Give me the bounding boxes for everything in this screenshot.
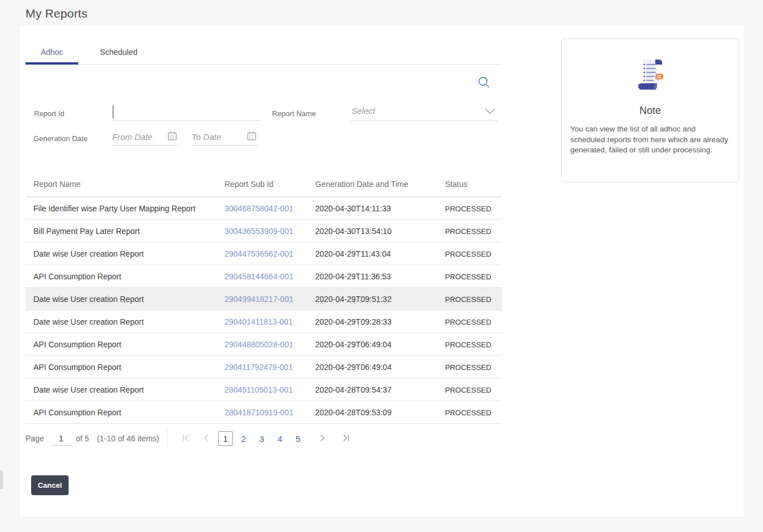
page-number[interactable]: 3 [255, 431, 269, 446]
report-name-select[interactable]: Select [350, 104, 498, 121]
status-cell: PROCESSED [445, 363, 491, 372]
report-name-cell: API Consumption Report [33, 408, 121, 417]
last-page-button[interactable] [338, 431, 353, 446]
search-icon [477, 82, 491, 92]
table-row: Date wise User creation Report2804511050… [26, 378, 502, 401]
report-name-cell: API Consumption Report [33, 272, 121, 281]
table-row: Bill Payment Pay Later Report30043655390… [26, 220, 502, 242]
page-input[interactable] [51, 431, 71, 446]
page-title: My Reports [26, 7, 87, 20]
table-header-row: Report Name Report Sub Id Generation Dat… [26, 172, 502, 197]
report-name-cell: Date wise User creation Report [33, 317, 144, 326]
note-title: Note [562, 105, 739, 117]
report-sub-id-link[interactable]: 300468758042-001 [224, 204, 293, 213]
page-label: Page [26, 434, 44, 443]
table-row: API Consumption Report290448805028-00120… [26, 333, 502, 356]
report-table-body: File Identifier wise Party User Mapping … [26, 197, 502, 424]
last-page-icon [342, 434, 350, 444]
report-name-cell: Bill Payment Pay Later Report [33, 227, 140, 236]
status-cell: PROCESSED [445, 250, 491, 258]
status-cell: PROCESSED [445, 205, 491, 213]
report-sub-id-link[interactable]: 290458144664-001 [224, 272, 293, 281]
report-sub-id-link[interactable]: 290448805028-001 [224, 340, 293, 349]
report-id-label: Report Id [34, 109, 64, 118]
first-page-icon [182, 434, 190, 444]
page-number[interactable]: 4 [273, 431, 287, 446]
report-sub-id-link[interactable]: 290499418217-001 [224, 295, 293, 304]
scrollbar-thumb[interactable] [0, 470, 3, 489]
chevron-right-icon [320, 434, 325, 444]
divider [167, 428, 168, 449]
tab-bar: Adhoc Scheduled [26, 41, 502, 65]
page-number-current[interactable]: 1 [218, 431, 233, 446]
generation-date-cell: 2020-04-29T11:36:53 [315, 272, 391, 281]
report-name-cell: File Identifier wise Party User Mapping … [33, 204, 196, 213]
select-placeholder: Select [350, 104, 375, 118]
status-cell: PROCESSED [445, 295, 491, 304]
note-card: Note You can view the list of all adhoc … [561, 39, 739, 182]
calendar-icon[interactable] [167, 131, 177, 143]
cancel-button[interactable]: Cancel [31, 475, 69, 495]
report-name-label: Report Name [272, 109, 316, 118]
generation-date-label: Generation Date [33, 134, 87, 143]
table-row: File Identifier wise Party User Mapping … [26, 197, 502, 220]
status-cell: PROCESSED [445, 341, 491, 349]
generation-date-cell: 2020-04-29T06:49:04 [315, 340, 392, 349]
report-name-cell: API Consumption Report [33, 340, 121, 349]
chevron-left-icon [204, 434, 209, 444]
report-name-cell: Date wise User creation Report [33, 295, 144, 304]
items-range-label: (1-10 of 46 items) [97, 434, 159, 443]
page-number[interactable]: 2 [236, 431, 251, 446]
text-cursor [113, 105, 113, 118]
table-row: Date wise User creation Report2904014118… [26, 310, 502, 333]
page-number[interactable]: 5 [291, 431, 306, 446]
generation-date-cell: 2020-04-28T09:54:37 [315, 385, 392, 394]
report-id-input[interactable] [112, 104, 260, 121]
status-cell: PROCESSED [445, 318, 491, 326]
report-document-icon [562, 55, 739, 97]
table-row: Date wise User creation Report2904475365… [26, 242, 502, 265]
note-body-text: You can view the list of all adhoc and s… [570, 124, 730, 156]
first-page-button[interactable] [179, 431, 193, 446]
column-header: Status [445, 172, 502, 197]
generation-date-cell: 2020-04-28T09:53:09 [315, 408, 392, 417]
report-sub-id-link[interactable]: 300436553909-001 [224, 227, 293, 236]
report-sub-id-link[interactable]: 280418710919-001 [224, 408, 293, 417]
generation-date-cell: 2020-04-29T06:49:04 [315, 363, 392, 372]
calendar-icon[interactable] [247, 131, 257, 143]
report-name-cell: API Consumption Report [33, 363, 121, 372]
report-sub-id-link[interactable]: 290411792479-001 [224, 363, 293, 372]
report-sub-id-link[interactable]: 280451105013-001 [224, 385, 293, 394]
status-cell: PROCESSED [445, 408, 491, 417]
column-header: Generation Date and Time [315, 172, 445, 197]
table-row: Date wise User creation Report2904994182… [26, 288, 502, 310]
generation-date-cell: 2020-04-29T09:28:33 [315, 317, 392, 326]
column-header: Report Sub Id [224, 172, 315, 197]
generation-date-cell: 2020-04-29T09:51:32 [315, 295, 392, 304]
page-of-label: of 5 [76, 434, 89, 443]
status-cell: PROCESSED [445, 273, 491, 281]
status-cell: PROCESSED [445, 227, 491, 236]
reports-table: Report Name Report Sub Id Generation Dat… [26, 172, 502, 424]
next-page-button[interactable] [315, 431, 330, 446]
generation-date-cell: 2020-04-29T11:43:04 [315, 249, 391, 258]
table-row: API Consumption Report280418710919-00120… [26, 401, 502, 424]
column-header: Report Name [26, 172, 224, 197]
tab-scheduled[interactable]: Scheduled [94, 41, 143, 65]
previous-page-button[interactable] [199, 431, 214, 446]
report-sub-id-link[interactable]: 290447536562-001 [224, 249, 293, 258]
table-row: API Consumption Report290411792479-00120… [26, 356, 502, 378]
table-row: API Consumption Report290458144664-00120… [26, 265, 502, 288]
report-name-cell: Date wise User creation Report [33, 385, 144, 394]
status-cell: PROCESSED [445, 386, 491, 394]
page-number-list: 12345 [217, 431, 307, 446]
pagination: Page of 5 (1-10 of 46 items) 12345 [26, 427, 502, 450]
tab-adhoc[interactable]: Adhoc [26, 41, 78, 65]
generation-date-cell: 2020-04-30T14:11:33 [315, 204, 391, 213]
report-sub-id-link[interactable]: 290401411813-001 [224, 317, 293, 326]
search-button[interactable] [477, 75, 491, 90]
generation-date-cell: 2020-04-30T13:54:10 [315, 227, 392, 236]
reports-panel: Adhoc Scheduled Report Id Report Name Se… [20, 25, 744, 517]
report-name-cell: Date wise User creation Report [33, 249, 144, 258]
